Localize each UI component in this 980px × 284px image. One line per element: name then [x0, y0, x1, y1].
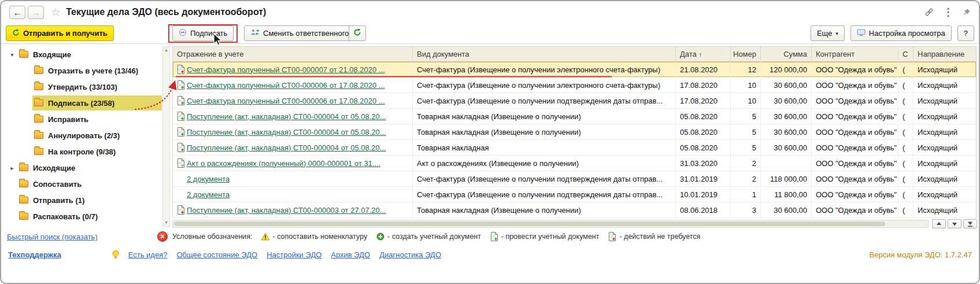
column-header[interactable]: Дата↑ — [676, 47, 731, 61]
sidebar-item[interactable]: Утвердить (33/103) — [7, 79, 162, 95]
table-row[interactable]: Поступление (акт, накладная) СТ00-000004… — [173, 140, 976, 156]
hscroll-thumb[interactable] — [174, 222, 885, 226]
column-header[interactable]: Номер — [731, 47, 761, 61]
document-link[interactable]: Счет-фактура полученный СТ00-000006 от 1… — [187, 81, 385, 90]
document-status-icon — [177, 143, 187, 152]
document-link[interactable]: Поступление (акт, накладная) СТ00-000004… — [187, 112, 386, 121]
send-receive-button[interactable]: Отправить и получить — [6, 25, 114, 41]
support-link[interactable]: Техподдержка — [8, 250, 61, 259]
reflection-cell: Поступление (акт, накладная) СТ00-000004… — [173, 140, 413, 155]
idea-bulb-icon — [112, 250, 119, 259]
direction-cell: Исходящий — [914, 93, 976, 108]
footer-link[interactable]: Диагностика ЭДО — [379, 250, 441, 259]
link-icon[interactable] — [924, 8, 934, 17]
document-link[interactable]: 2 документа — [187, 175, 230, 183]
document-link[interactable]: Счет-фактура полученный СТ00-000006 от 1… — [187, 97, 385, 105]
quick-search-link[interactable]: Быстрый поиск (показать) — [7, 233, 98, 241]
column-header[interactable]: Направление — [914, 47, 976, 61]
contragent-cell: ООО "Одежда и обувь" — [812, 78, 898, 93]
footer-links: Общее состояние ЭДОНастройки ЭДОАрхив ЭД… — [176, 250, 441, 259]
sidebar-item-label: Подписать (23/58) — [48, 99, 114, 108]
refresh-button[interactable] — [349, 25, 366, 41]
table-row[interactable]: 2 документаСчет-фактура (Извещение о пол… — [173, 187, 976, 202]
folder-icon — [19, 213, 28, 220]
change-responsible-button[interactable]: Сменить ответственного — [244, 25, 355, 41]
idea-link[interactable]: Есть идея? — [128, 250, 168, 259]
date-cell: 21.08.2020 — [676, 62, 731, 77]
state-cell: ( — [898, 124, 914, 139]
scroll-page-down-button[interactable] — [948, 219, 961, 228]
table-row[interactable]: Поступление (акт, накладная) СТ00-000004… — [173, 109, 976, 124]
column-header[interactable]: Контрагент — [812, 47, 898, 61]
sidebar-item[interactable]: ▾Входящие — [7, 46, 162, 62]
table-row[interactable]: Счет-фактура полученный СТ00-000006 от 1… — [173, 93, 976, 109]
column-header[interactable]: Отражение в учете — [173, 47, 413, 61]
sidebar-item[interactable]: Отразить в учете (13/46) — [7, 62, 162, 79]
view-settings-button[interactable]: Настройка просмотра — [850, 25, 952, 41]
table-row[interactable]: Поступление (акт, накладная) СТ00-000004… — [173, 124, 976, 140]
sum-cell: 30 600,00 — [761, 140, 812, 155]
menu-dots-icon[interactable]: ⋮ — [943, 6, 953, 19]
sidebar-item[interactable]: Сопоставить — [7, 176, 162, 192]
table-row[interactable]: Счет-фактура полученный СТ00-000006 от 1… — [173, 78, 976, 93]
column-header[interactable]: С — [898, 47, 914, 61]
sidebar-item[interactable]: Распаковать (0/7) — [7, 208, 162, 224]
help-button[interactable]: ? — [957, 25, 974, 41]
close-button[interactable]: × — [157, 231, 168, 242]
table-hscrollbar[interactable] — [172, 220, 929, 228]
footer-link[interactable]: Общее состояние ЭДО — [176, 250, 257, 259]
scroll-page-up-button[interactable] — [932, 219, 946, 228]
document-status-icon — [177, 80, 187, 90]
more-label: Еще — [817, 29, 832, 38]
table-header: Отражение в учетеВид документаДата↑Номер… — [173, 47, 976, 62]
reflection-cell: Счет-фактура полученный СТ00-000006 от 1… — [173, 93, 413, 108]
sort-asc-icon: ↑ — [699, 51, 702, 58]
sidebar-item-label: Сопоставить — [33, 180, 82, 189]
document-link[interactable]: Поступление (акт, накладная) СТ00-000003… — [187, 206, 386, 215]
document-link[interactable]: Счет-фактура полученный СТ00-000007 от 2… — [187, 65, 385, 74]
forward-button[interactable]: → — [28, 6, 44, 19]
sidebar-item[interactable]: ▸Исходящие — [7, 160, 162, 176]
expand-icon[interactable]: ▸ — [7, 165, 17, 171]
column-header[interactable]: Вид документа — [413, 47, 676, 61]
scroll-down-icon[interactable]: ▼ — [163, 219, 169, 226]
more-button[interactable]: Еще ▾ — [811, 25, 845, 41]
collapse-icon[interactable]: ▾ — [7, 51, 17, 58]
footer-link[interactable]: Архив ЭДО — [331, 250, 370, 259]
sidebar-item[interactable]: Аннулировать (2/3) — [7, 127, 162, 143]
reflection-cell: Поступление (акт, накладная) СТ00-000004… — [173, 109, 413, 124]
document-link[interactable]: Поступление (акт, накладная) СТ00-000004… — [187, 128, 386, 137]
sidebar-item[interactable]: На контроле (9/38) — [7, 143, 162, 160]
favorite-star-icon[interactable]: ☆ — [51, 6, 60, 19]
footer-link[interactable]: Настройки ЭДО — [267, 250, 321, 259]
table-row[interactable]: Счет-фактура полученный СТ00-000007 от 2… — [173, 62, 976, 78]
sidebar-item[interactable]: Отправить (1) — [7, 192, 162, 208]
state-cell: ( — [898, 156, 914, 171]
document-link[interactable]: Поступление (акт, накладная) СТ00-000004… — [187, 143, 386, 152]
number-cell: 10 — [731, 93, 761, 108]
pin-icon[interactable] — [963, 8, 971, 16]
sidebar-item[interactable]: Исправить — [7, 111, 162, 127]
scroll-to-end-button[interactable] — [963, 219, 977, 228]
document-link[interactable]: 2 документа — [187, 190, 230, 199]
sidebar-item[interactable]: Подписать (23/58) — [7, 95, 162, 111]
documents-table: Отражение в учетеВид документаДата↑Номер… — [172, 46, 977, 218]
date-cell: 08.06.2018 — [676, 202, 731, 217]
direction-cell: Исходящий — [914, 202, 976, 217]
contragent-cell: ООО "Одежда и обувь" — [812, 156, 898, 171]
table-row[interactable]: Акт о расхождениях (полученный) 0000-000… — [173, 156, 976, 171]
table-row[interactable]: Поступление (акт, накладная) СТ00-000003… — [173, 202, 976, 218]
back-button[interactable]: ← — [9, 6, 25, 19]
table-row[interactable]: 2 документаСчет-фактура (Извещение о пол… — [173, 171, 976, 187]
number-cell: 1 — [731, 187, 761, 202]
column-header[interactable]: Сумма — [761, 47, 812, 61]
document-status-icon — [177, 158, 187, 168]
scroll-up-icon[interactable]: ▲ — [163, 47, 169, 54]
doc-type-cell: Счет-фактура (Извещение о получении подт… — [413, 187, 676, 202]
document-status-icon — [177, 127, 187, 137]
date-cell: 05.08.2020 — [676, 140, 731, 155]
sign-button[interactable]: Подписать — [172, 25, 234, 41]
sidebar-scrollbar[interactable]: ▲ ▼ — [162, 46, 170, 227]
number-cell: 5 — [731, 140, 761, 155]
document-link[interactable]: Акт о расхождениях (полученный) 0000-000… — [187, 159, 380, 168]
